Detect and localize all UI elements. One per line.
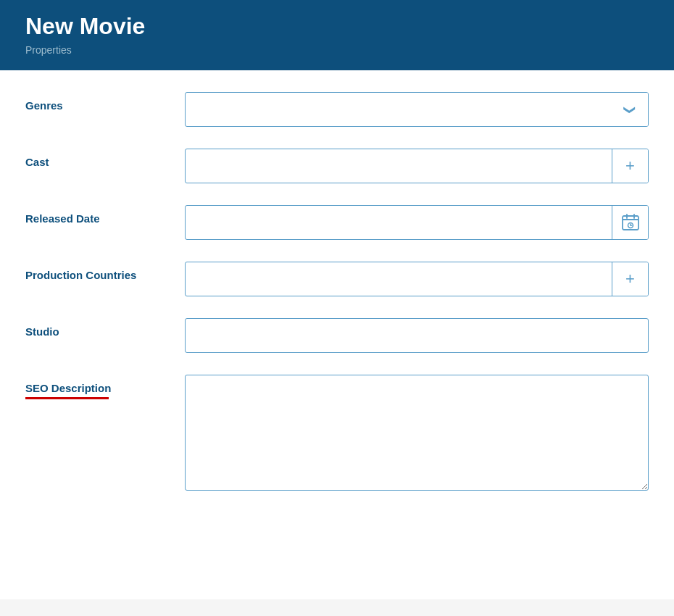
- cast-control: +: [185, 149, 649, 183]
- released-date-label: Released Date: [25, 205, 185, 225]
- studio-control: [185, 318, 649, 353]
- production-countries-input[interactable]: [186, 262, 612, 296]
- genres-control: ❯: [185, 92, 649, 127]
- seo-description-row: SEO Description: [25, 375, 649, 494]
- cast-label: Cast: [25, 149, 185, 168]
- studio-label: Studio: [25, 318, 185, 338]
- production-countries-control: +: [185, 262, 649, 296]
- page-subtitle: Properties: [25, 44, 649, 56]
- released-date-control: [185, 205, 649, 240]
- cast-add-button[interactable]: +: [612, 149, 648, 183]
- genres-input[interactable]: [186, 93, 612, 126]
- seo-underline: [25, 397, 109, 399]
- plus-icon: +: [625, 158, 635, 174]
- calendar-icon: [621, 213, 640, 232]
- calendar-button[interactable]: [612, 206, 648, 239]
- production-countries-input-box: +: [185, 262, 649, 296]
- form-content: Genres ❯ Cast + Released Date: [0, 70, 674, 599]
- genres-dropdown[interactable]: ❯: [185, 92, 649, 127]
- studio-input[interactable]: [185, 318, 649, 353]
- seo-description-label: SEO Description: [25, 375, 185, 404]
- plus-icon: +: [625, 271, 635, 287]
- genres-row: Genres ❯: [25, 92, 649, 127]
- released-date-row: Released Date: [25, 205, 649, 240]
- chevron-down-icon: ❯: [623, 105, 637, 115]
- genres-label: Genres: [25, 92, 185, 112]
- seo-description-control: [185, 375, 649, 494]
- genres-dropdown-button[interactable]: ❯: [612, 93, 648, 126]
- cast-input-box: +: [185, 149, 649, 183]
- cast-row: Cast +: [25, 149, 649, 183]
- page-title: New Movie: [25, 13, 649, 40]
- page-header: New Movie Properties: [0, 0, 674, 70]
- cast-input[interactable]: [186, 149, 612, 183]
- production-countries-add-button[interactable]: +: [612, 262, 648, 296]
- released-date-wrapper: [185, 205, 649, 240]
- production-countries-row: Production Countries +: [25, 262, 649, 296]
- production-countries-label: Production Countries: [25, 262, 185, 281]
- released-date-input[interactable]: [186, 206, 612, 239]
- seo-description-textarea[interactable]: [185, 375, 649, 491]
- studio-row: Studio: [25, 318, 649, 353]
